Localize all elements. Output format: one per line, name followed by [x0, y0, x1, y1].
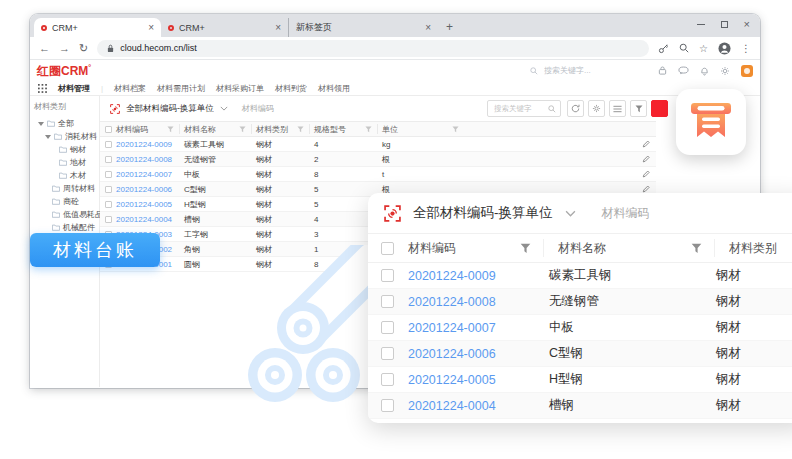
nav-item[interactable]: 材料档案	[114, 83, 146, 94]
new-tab-button[interactable]: +	[446, 21, 453, 33]
edit-pencil-icon[interactable]	[642, 155, 650, 163]
cell-material-code[interactable]: 20201224-0005	[394, 373, 531, 387]
row-checkbox[interactable]	[105, 201, 112, 208]
edit-pencil-icon[interactable]	[642, 185, 650, 193]
table-row[interactable]: 20201224-0005H型钢钢材	[368, 367, 792, 393]
edit-button[interactable]	[642, 140, 656, 148]
column-header[interactable]: 材料名称	[544, 239, 715, 257]
url-bar[interactable]: cloud.hecom.cn/list	[97, 40, 649, 57]
edit-button[interactable]	[642, 155, 656, 163]
tree-node[interactable]: 商砼	[34, 195, 99, 208]
cell-material-code[interactable]: 20201224-0005	[112, 200, 180, 209]
window-close-button[interactable]: ×	[744, 19, 750, 30]
row-checkbox[interactable]	[381, 269, 394, 282]
tree-node[interactable]: 钢材	[34, 143, 99, 156]
edit-pencil-icon[interactable]	[642, 140, 650, 148]
filter-icon-wrap[interactable]	[167, 126, 174, 133]
select-all-checkbox[interactable]	[105, 126, 112, 133]
table-row[interactable]: 20201224-0009碳素工具钢钢材	[368, 263, 792, 289]
tab-close-icon[interactable]: ×	[275, 22, 281, 33]
filter-icon-wrap[interactable]	[297, 126, 304, 133]
row-checkbox[interactable]	[381, 347, 394, 360]
row-checkbox[interactable]	[381, 399, 394, 412]
filter-icon[interactable]	[365, 126, 372, 133]
column-header[interactable]: 材料编码	[112, 124, 180, 134]
cell-material-code[interactable]: 20201224-0007	[394, 321, 531, 335]
browser-tab[interactable]: 新标签页×	[288, 18, 438, 37]
caret-down-icon[interactable]	[45, 135, 51, 139]
nav-item-material-management[interactable]: 材料管理	[58, 83, 90, 94]
filter-icon-wrap[interactable]	[239, 126, 246, 133]
tree-node[interactable]: 全部	[34, 117, 99, 130]
chevron-down-icon[interactable]	[220, 106, 228, 111]
user-avatar[interactable]	[741, 65, 753, 77]
row-checkbox[interactable]	[105, 216, 112, 223]
column-header[interactable]: 材料名称	[180, 124, 252, 134]
view-title[interactable]: 全部材料编码-换算单位	[126, 103, 214, 115]
cell-material-code[interactable]: 20201224-0009	[394, 269, 531, 283]
tab-close-icon[interactable]: ×	[425, 22, 431, 33]
browser-menu-icon[interactable]: ⋮	[741, 43, 751, 54]
table-row[interactable]: 20201224-0009碳素工具钢钢材4kg	[100, 137, 656, 152]
browser-tab[interactable]: CRM+×	[161, 18, 288, 37]
bookmark-star-icon[interactable]: ☆	[699, 43, 708, 54]
filter-icon[interactable]	[520, 243, 531, 254]
row-checkbox[interactable]	[105, 171, 112, 178]
edit-pencil-icon[interactable]	[642, 170, 650, 178]
back-button[interactable]: ←	[39, 43, 50, 54]
column-header[interactable]: 材料编码	[394, 239, 544, 257]
filter-icon[interactable]	[167, 126, 174, 133]
row-checkbox[interactable]	[381, 321, 394, 334]
column-header[interactable]: 材料类别	[715, 239, 792, 257]
primary-action-button[interactable]	[651, 100, 668, 117]
select-all-checkbox[interactable]	[381, 242, 394, 255]
overlay-view-title[interactable]: 全部材料编码-换算单位	[413, 204, 553, 222]
table-row[interactable]: 20201224-0008无缝钢管钢材	[368, 289, 792, 315]
app-header-search[interactable]	[530, 65, 612, 76]
settings-button[interactable]	[588, 100, 605, 117]
table-row[interactable]: 20201224-0004槽钢钢材	[368, 393, 792, 419]
filter-icon-wrap[interactable]	[691, 243, 702, 254]
tree-node[interactable]: 低值易耗品	[34, 208, 99, 221]
tree-node[interactable]: 地材	[34, 156, 99, 169]
browser-tab[interactable]: CRM+×	[34, 18, 161, 37]
apps-grid-icon[interactable]	[38, 84, 47, 93]
message-icon[interactable]	[678, 66, 689, 75]
app-search-input[interactable]	[542, 65, 612, 76]
lock-status-icon[interactable]	[658, 66, 667, 75]
zoom-icon[interactable]	[679, 43, 689, 53]
table-row[interactable]: 20201224-0008无缝钢管钢材2根	[100, 152, 656, 167]
minimize-button[interactable]	[697, 24, 705, 25]
tab-close-icon[interactable]: ×	[148, 22, 154, 33]
toolbar-search[interactable]	[487, 100, 561, 117]
bell-icon[interactable]	[700, 66, 709, 76]
columns-button[interactable]	[609, 100, 626, 117]
nav-item[interactable]: 材料领用	[318, 83, 350, 94]
row-checkbox[interactable]	[105, 156, 112, 163]
cell-material-code[interactable]: 20201224-0008	[112, 155, 180, 164]
filter-icon-wrap[interactable]	[365, 126, 372, 133]
key-icon[interactable]	[658, 43, 669, 54]
cell-material-code[interactable]: 20201224-0007	[112, 170, 180, 179]
chevron-down-icon[interactable]	[565, 210, 576, 217]
column-header[interactable]: 规格型号	[310, 124, 378, 134]
restore-button[interactable]	[721, 21, 728, 28]
nav-item[interactable]: 材料采购订单	[216, 83, 264, 94]
column-header[interactable]: 单位	[378, 124, 464, 134]
cell-material-code[interactable]: 20201224-0004	[394, 399, 531, 413]
row-checkbox[interactable]	[381, 295, 394, 308]
profile-avatar-icon[interactable]	[718, 42, 731, 55]
tree-node[interactable]: 周转材料	[34, 182, 99, 195]
filter-icon-wrap[interactable]	[452, 126, 459, 133]
toolbar-search-input[interactable]	[492, 103, 546, 114]
nav-item[interactable]: 材料到货	[275, 83, 307, 94]
filter-icon[interactable]	[691, 243, 702, 254]
refresh-button[interactable]	[567, 100, 584, 117]
filter-button[interactable]	[630, 100, 647, 117]
row-checkbox[interactable]	[105, 141, 112, 148]
reload-button[interactable]: ↻	[79, 43, 88, 54]
table-row[interactable]: 20201224-0006C型钢钢材	[368, 341, 792, 367]
edit-button[interactable]	[642, 170, 656, 178]
table-row[interactable]: 20201224-0007中板钢材	[368, 315, 792, 341]
row-checkbox[interactable]	[105, 186, 112, 193]
